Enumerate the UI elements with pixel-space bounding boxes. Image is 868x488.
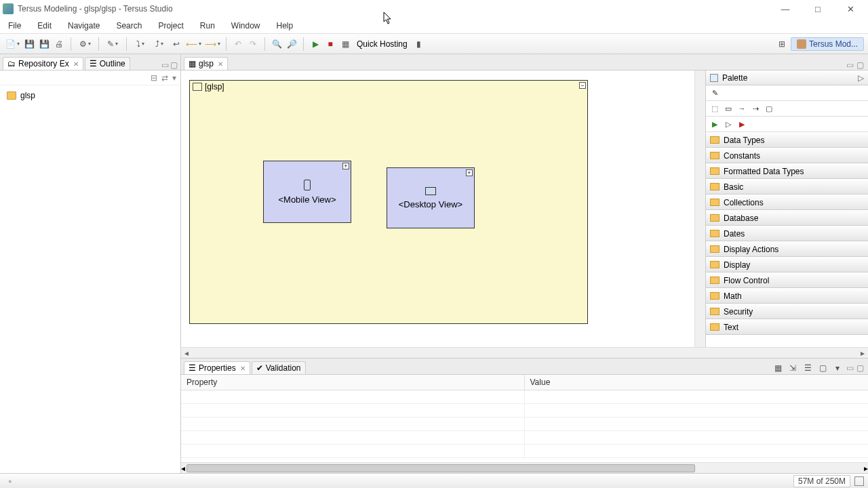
play-outline-icon[interactable]: ▷: [724, 119, 733, 129]
launch-button[interactable]: ⚙: [77, 38, 93, 50]
maximize-button[interactable]: □: [808, 2, 827, 16]
palette-cat-basic[interactable]: Basic: [706, 179, 868, 195]
menu-navigate[interactable]: Navigate: [65, 20, 102, 32]
marquee-tool-icon[interactable]: ▭: [724, 104, 733, 113]
close-icon[interactable]: ✕: [218, 60, 223, 68]
note-tool-icon[interactable]: ▢: [764, 104, 774, 113]
collapse-all-icon[interactable]: ⊟: [151, 73, 157, 83]
maximize-editor-icon[interactable]: ▢: [856, 60, 864, 70]
scrollbar-thumb[interactable]: [186, 464, 695, 472]
zoom-out-button[interactable]: 🔎: [285, 38, 298, 50]
palette-cat-flow-control[interactable]: Flow Control: [706, 272, 868, 288]
menu-edit[interactable]: Edit: [35, 20, 54, 32]
tree-item-glsp[interactable]: glsp: [7, 89, 174, 102]
horizontal-scrollbar[interactable]: ◂ ▸: [181, 347, 868, 358]
prop-tool-c-icon[interactable]: ☰: [802, 362, 814, 374]
save-button[interactable]: 💾: [23, 38, 35, 50]
expand-icon[interactable]: +: [342, 163, 349, 169]
prop-tool-b-icon[interactable]: ⇲: [787, 362, 799, 374]
tab-validation[interactable]: ✔ Validation: [252, 361, 306, 374]
stop-button[interactable]: ■: [324, 38, 336, 50]
repository-tree[interactable]: glsp: [0, 85, 180, 473]
tab-outline[interactable]: ☰ Outline: [85, 57, 130, 70]
wand-icon[interactable]: ✎: [710, 88, 719, 98]
zoom-in-button[interactable]: 🔍: [271, 38, 283, 50]
close-button[interactable]: ✕: [841, 2, 860, 16]
minimize-editor-icon[interactable]: ▭: [846, 60, 854, 70]
palette-header[interactable]: Palette ▷: [706, 70, 868, 85]
grid-icon[interactable]: ▦: [339, 38, 351, 50]
tab-repository-explorer[interactable]: 🗂 Repository Ex ✕: [3, 57, 83, 70]
palette-cat-text[interactable]: Text: [706, 319, 868, 335]
collapse-icon[interactable]: −: [579, 82, 586, 89]
minimize-view-icon[interactable]: ▭: [846, 363, 854, 373]
open-perspective-button[interactable]: ⊞: [776, 38, 788, 50]
dashed-arrow-tool-icon[interactable]: ⇢: [751, 104, 760, 113]
device-icon[interactable]: ▮: [413, 38, 425, 50]
palette-cat-dates[interactable]: Dates: [706, 226, 868, 241]
vertical-scrollbar[interactable]: [694, 70, 705, 347]
scroll-right-icon[interactable]: ▸: [864, 464, 868, 473]
palette-cat-security[interactable]: Security: [706, 304, 868, 319]
properties-scrollbar[interactable]: ◂ ▸: [181, 462, 868, 473]
nav-c-button[interactable]: ↩: [170, 38, 182, 50]
status-icon[interactable]: ▫: [4, 475, 16, 487]
trash-icon[interactable]: [854, 476, 864, 486]
prop-tool-a-icon[interactable]: ▦: [772, 362, 784, 374]
play-red-icon[interactable]: ▶: [737, 119, 747, 129]
menu-help[interactable]: Help: [274, 20, 296, 32]
wand-button[interactable]: ✎: [104, 38, 121, 50]
minimize-button[interactable]: —: [776, 2, 795, 16]
node-mobile-view[interactable]: + <Mobile View>: [263, 161, 351, 223]
select-tool-icon[interactable]: ⬚: [710, 104, 719, 113]
menu-run[interactable]: Run: [197, 20, 218, 32]
minimize-view-icon[interactable]: ▭: [161, 60, 169, 70]
run-button[interactable]: ▶: [309, 38, 321, 50]
node-desktop-view[interactable]: + <Desktop View>: [387, 167, 475, 228]
arrow-tool-icon[interactable]: →: [737, 104, 747, 113]
column-value[interactable]: Value: [525, 375, 869, 390]
tab-properties[interactable]: ☰ Properties ✕: [184, 361, 250, 374]
column-property[interactable]: Property: [181, 375, 525, 390]
palette-cat-data-types[interactable]: Data Types: [706, 132, 868, 148]
diagram-canvas[interactable]: [glsp] − + <Mobile View> + <Desktop View…: [181, 70, 694, 347]
palette-cat-database[interactable]: Database: [706, 210, 868, 226]
expand-icon[interactable]: +: [466, 169, 473, 176]
root-container-glsp[interactable]: [glsp] − + <Mobile View> + <Desktop View…: [189, 80, 588, 324]
palette-cat-display-actions[interactable]: Display Actions: [706, 241, 868, 257]
chevron-right-icon[interactable]: ▷: [858, 73, 864, 83]
link-editor-icon[interactable]: ⇄: [161, 73, 168, 83]
palette-cat-formatted-data-types[interactable]: Formatted Data Types: [706, 163, 868, 179]
prop-tool-d-icon[interactable]: ▢: [816, 362, 829, 374]
redo-nav-button[interactable]: ↷: [247, 38, 259, 50]
nav-b-button[interactable]: ⤴: [151, 38, 167, 50]
menu-file[interactable]: File: [5, 20, 24, 32]
palette-cat-math[interactable]: Math: [706, 288, 868, 304]
perspective-tersus[interactable]: Tersus Mod...: [791, 37, 864, 51]
menu-window[interactable]: Window: [229, 20, 263, 32]
undo-nav-button[interactable]: ↶: [232, 38, 244, 50]
scroll-right-icon[interactable]: ▸: [857, 348, 868, 358]
close-icon[interactable]: ✕: [73, 60, 79, 68]
maximize-view-icon[interactable]: ▢: [170, 60, 178, 70]
scroll-left-icon[interactable]: ◂: [181, 348, 192, 358]
back-button[interactable]: ⟵: [185, 38, 201, 50]
forward-button[interactable]: ⟶: [204, 38, 220, 50]
palette-cat-display[interactable]: Display: [706, 257, 868, 272]
palette-cat-collections[interactable]: Collections: [706, 195, 868, 210]
view-menu-icon[interactable]: ▾: [172, 73, 176, 83]
maximize-view-icon[interactable]: ▢: [856, 363, 864, 373]
menu-project[interactable]: Project: [155, 20, 186, 32]
quick-hosting-button[interactable]: Quick Hosting: [354, 39, 410, 49]
close-icon[interactable]: ✕: [240, 365, 245, 372]
nav-a-button[interactable]: ⤵: [132, 38, 149, 50]
print-button[interactable]: 🖨: [53, 38, 65, 50]
palette-cat-constants[interactable]: Constants: [706, 148, 868, 163]
menu-search[interactable]: Search: [113, 20, 144, 32]
view-menu-icon[interactable]: ▾: [831, 362, 844, 374]
new-button[interactable]: 📄: [4, 38, 20, 50]
editor-tab-glsp[interactable]: ▦ glsp ✕: [184, 57, 228, 70]
save-all-button[interactable]: 💾: [38, 38, 50, 50]
scroll-left-icon[interactable]: ◂: [181, 464, 185, 473]
play-green-icon[interactable]: ▶: [710, 119, 719, 129]
